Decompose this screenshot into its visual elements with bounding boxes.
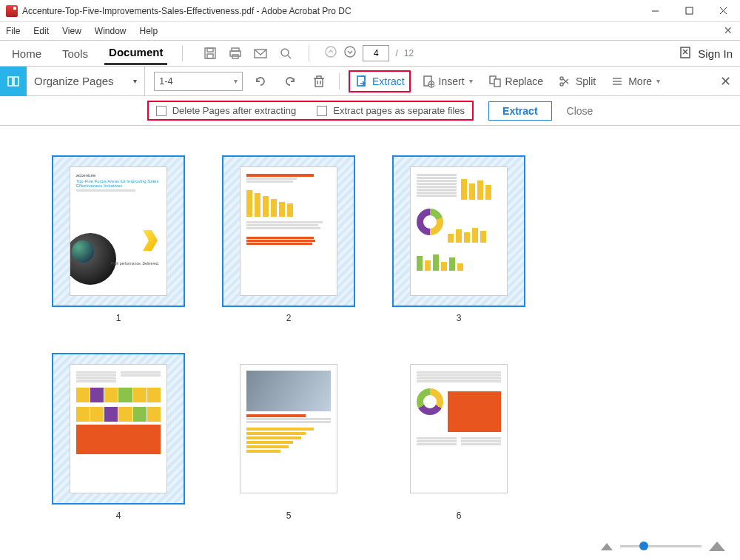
range-value: 1-4 — [159, 75, 173, 87]
sign-in-link[interactable]: Sign In — [698, 47, 733, 60]
split-icon — [558, 75, 571, 88]
extract-action-button[interactable]: Extract — [488, 101, 551, 121]
app-icon — [6, 5, 18, 17]
divider — [339, 73, 340, 90]
svg-point-14 — [345, 47, 355, 57]
page-down-icon[interactable] — [343, 45, 357, 61]
menu-help[interactable]: Help — [140, 26, 158, 36]
zoom-control — [601, 542, 725, 551]
extract-button[interactable]: Extract — [349, 70, 411, 92]
rotate-right-button[interactable] — [278, 71, 302, 92]
menu-window[interactable]: Window — [95, 26, 127, 36]
thumb1-logo: accenture — [76, 173, 161, 178]
svg-point-32 — [560, 77, 563, 80]
tab-document[interactable]: Document — [104, 41, 167, 65]
insert-icon — [421, 75, 434, 88]
page-range-input[interactable]: 1-4 ▾ — [154, 72, 243, 91]
page-thumb-5[interactable]: 5 — [222, 353, 355, 521]
more-icon — [610, 75, 624, 88]
menu-file[interactable]: File — [6, 26, 20, 36]
extract-options-bar: Delete Pages after extracting Extract pa… — [0, 96, 740, 126]
page-navigation: / 12 — [324, 45, 414, 61]
page-thumb-3[interactable]: 3 — [392, 155, 525, 323]
tab-home[interactable]: Home — [7, 43, 46, 64]
caret-down-icon: ▾ — [133, 77, 137, 85]
page-number: 1 — [116, 313, 121, 323]
page-thumb-6[interactable]: 6 — [392, 353, 525, 521]
page-thumb-2[interactable]: 2 — [222, 155, 355, 323]
save-icon[interactable] — [202, 45, 218, 61]
close-options-link[interactable]: Close — [567, 105, 593, 117]
svg-point-33 — [560, 83, 563, 86]
menubar-close-icon[interactable]: ✕ — [724, 24, 733, 36]
main-toolbar: Home Tools Document / 12 Sign In — [0, 40, 740, 67]
page-number: 4 — [116, 510, 121, 521]
divider — [309, 45, 309, 61]
page-total: 12 — [404, 48, 414, 58]
page-thumb-1[interactable]: accenture Top-Five Focus Areas for Impro… — [52, 155, 185, 323]
email-icon[interactable] — [252, 45, 269, 61]
more-label: More — [628, 75, 652, 87]
rotate-left-button[interactable] — [249, 71, 272, 92]
split-button[interactable]: Split — [554, 72, 600, 91]
extract-options-group: Delete Pages after extracting Extract pa… — [147, 101, 474, 121]
delete-after-checkbox[interactable] — [156, 106, 166, 116]
extract-icon — [354, 75, 368, 88]
thumb1-title: Top-Five Focus Areas for Improving Sales… — [76, 179, 161, 188]
organize-label: Organize Pages — [34, 75, 114, 87]
svg-rect-20 — [315, 78, 323, 87]
delete-after-label: Delete Pages after extracting — [172, 105, 297, 116]
svg-rect-4 — [205, 48, 215, 58]
separate-files-checkbox[interactable] — [317, 106, 327, 116]
close-organize-button[interactable]: ✕ — [720, 73, 731, 90]
maximize-button[interactable] — [672, 0, 706, 21]
page-thumbnails: accenture Top-Five Focus Areas for Impro… — [0, 126, 740, 540]
page-number: 2 — [286, 313, 292, 323]
svg-line-12 — [288, 55, 291, 58]
separate-files-label: Extract pages as separate files — [333, 105, 465, 116]
zoom-in-icon[interactable] — [709, 542, 725, 551]
svg-rect-18 — [8, 77, 13, 86]
sign-in-area: Sign In — [679, 46, 733, 61]
svg-rect-24 — [317, 76, 321, 78]
page-number: 3 — [457, 313, 462, 323]
tab-tools[interactable]: Tools — [58, 43, 92, 64]
page-number-input[interactable] — [363, 45, 389, 61]
search-icon[interactable] — [278, 45, 294, 61]
menu-bar: File Edit View Window Help ✕ — [0, 22, 740, 40]
insert-label: Insert — [439, 75, 465, 87]
caret-down-icon: ▾ — [469, 77, 473, 85]
menu-edit[interactable]: Edit — [33, 26, 49, 36]
svg-rect-8 — [230, 51, 240, 56]
signin-icon[interactable] — [679, 46, 692, 61]
svg-rect-1 — [686, 7, 693, 14]
delete-button[interactable] — [308, 71, 330, 92]
thumb1-tag: High performance. Delivered. — [111, 261, 159, 266]
svg-rect-6 — [207, 54, 213, 58]
split-label: Split — [576, 75, 596, 87]
divider — [182, 45, 183, 61]
svg-rect-19 — [14, 77, 18, 86]
window-controls — [638, 0, 740, 21]
minimize-button[interactable] — [638, 0, 672, 21]
svg-point-11 — [281, 49, 289, 56]
svg-point-13 — [326, 47, 336, 57]
svg-rect-31 — [494, 79, 500, 87]
organize-panel-icon[interactable] — [0, 67, 27, 96]
zoom-out-icon[interactable] — [601, 543, 613, 550]
menu-view[interactable]: View — [62, 26, 81, 36]
organize-toolbar: Organize Pages ▾ 1-4 ▾ Extract Insert ▾ … — [0, 67, 740, 96]
zoom-slider[interactable] — [620, 545, 702, 547]
close-window-button[interactable] — [706, 0, 740, 21]
organize-pages-dropdown[interactable]: Organize Pages ▾ — [27, 67, 145, 96]
print-icon[interactable] — [227, 45, 243, 61]
page-sep: / — [395, 48, 397, 58]
page-thumb-4[interactable]: 4 — [52, 353, 185, 521]
page-up-icon[interactable] — [324, 45, 337, 61]
caret-down-icon: ▾ — [234, 77, 238, 85]
window-titlebar: Accenture-Top-Five-Improvements-Sales-Ef… — [0, 0, 740, 22]
replace-label: Replace — [505, 75, 543, 87]
insert-button[interactable]: Insert ▾ — [417, 72, 477, 91]
more-button[interactable]: More ▾ — [606, 72, 665, 91]
replace-button[interactable]: Replace — [483, 72, 548, 91]
